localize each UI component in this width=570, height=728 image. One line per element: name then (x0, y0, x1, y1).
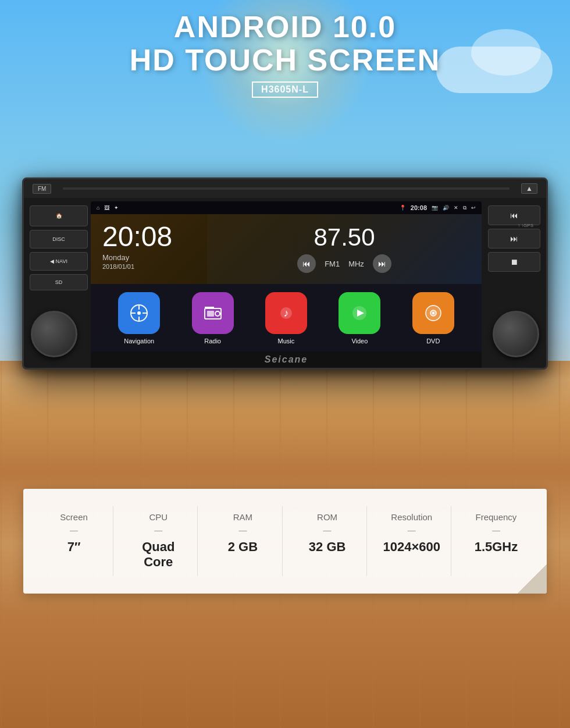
radio-unit: FM ▲ 🏠 DISC ◀ NAVI SD ⏮ ⏭ ⏹ ↑ ↑GPS ⌂ 🖼 ✦ (22, 177, 548, 370)
status-bar-left: ⌂ 🖼 ✦ (97, 205, 119, 211)
spec-rom: ROM — 32 GB (288, 506, 367, 576)
app-navigation[interactable]: Navigation (118, 292, 160, 345)
spec-cpu: CPU — QuadCore (119, 506, 198, 576)
svg-rect-7 (207, 311, 214, 317)
title-line1: ANDROID 10.0 (0, 10, 570, 44)
main-screen: ⌂ 🖼 ✦ 📍 20:08 📷 🔊 ✕ ⧉ ↩ 20:08 Monday (91, 201, 482, 353)
gallery-icon[interactable]: 🖼 (104, 205, 109, 211)
windows-icon[interactable]: ⧉ (463, 205, 466, 211)
spec-screen: Screen — 7″ (35, 506, 113, 576)
radio-widget: 20:08 Monday 2018/01/01 87.50 ⏮ FM1 MHz … (91, 214, 482, 284)
right-buttons: ⏮ ⏭ ⏹ ↑ ↑GPS (488, 205, 540, 272)
clock-display: 20:08 (102, 223, 195, 251)
svg-point-1 (137, 311, 141, 315)
radio-next-button[interactable]: ⏭ (373, 254, 391, 273)
fm-badge: FM (33, 184, 51, 194)
main-title: ANDROID 10.0 HD TOUCH SCREEN (0, 10, 570, 77)
prev-track-button[interactable]: ⏮ (488, 205, 540, 225)
model-badge: H3605N-L (252, 81, 318, 98)
spec-frequency-dash: — (463, 525, 529, 535)
status-time: 20:08 (411, 204, 427, 211)
cd-slot-top (63, 187, 510, 190)
app-music[interactable]: ♪ Music (265, 292, 307, 345)
eject-button[interactable]: ▲ (521, 183, 537, 194)
specs-grid: Screen — 7″ CPU — QuadCore RAM — 2 GB RO… (35, 506, 535, 576)
band-display: FM1 (325, 260, 340, 268)
right-knob[interactable] (493, 311, 539, 357)
spec-ram-label: RAM (209, 512, 276, 522)
next-track-button[interactable]: ⏭ (488, 229, 540, 248)
home-icon[interactable]: ⌂ (97, 205, 99, 211)
video-icon (339, 292, 380, 334)
spec-ram: RAM — 2 GB (204, 506, 282, 576)
radio-controls: ⏮ FM1 MHz ⏭ (297, 254, 391, 273)
app-video[interactable]: Video (339, 292, 380, 345)
svg-text:♪: ♪ (283, 307, 288, 319)
seicane-logo: Seicane (91, 351, 482, 368)
svg-point-16 (432, 312, 434, 314)
spec-ram-value: 2 GB (209, 539, 276, 555)
svg-point-8 (215, 311, 220, 316)
music-label: Music (278, 338, 295, 345)
specs-section: Screen — 7″ CPU — QuadCore RAM — 2 GB RO… (23, 489, 547, 594)
navigation-label: Navigation (124, 338, 154, 345)
spec-cpu-value: QuadCore (125, 539, 191, 570)
spec-cpu-label: CPU (125, 512, 191, 522)
gps-text: ↑GPS (521, 223, 533, 228)
date-display: 2018/01/01 (102, 263, 195, 270)
seicane-brand: Seicane (265, 354, 308, 365)
spec-frequency-label: Frequency (463, 512, 529, 522)
status-bar: ⌂ 🖼 ✦ 📍 20:08 📷 🔊 ✕ ⧉ ↩ (91, 201, 482, 214)
spec-resolution-value: 1024×600 (379, 539, 445, 555)
status-bar-right: 📍 20:08 📷 🔊 ✕ ⧉ ↩ (400, 204, 476, 211)
radio-icon (192, 292, 234, 334)
radio-top-strip: FM ▲ (24, 179, 546, 198)
video-label: Video (351, 338, 368, 345)
left-knob[interactable] (31, 311, 77, 357)
location-icon: 📍 (400, 205, 406, 211)
header-section: ANDROID 10.0 HD TOUCH SCREEN H3605N-L (0, 10, 570, 98)
disc-button[interactable]: DISC (30, 230, 88, 248)
radio-label: Radio (204, 338, 221, 345)
spec-ram-dash: — (209, 525, 276, 535)
time-section: 20:08 Monday 2018/01/01 (91, 214, 207, 284)
spec-resolution-label: Resolution (379, 512, 445, 522)
gps-icon: ↑ (518, 223, 520, 228)
home-button[interactable]: 🏠 (30, 205, 88, 226)
title-line2: HD TOUCH SCREEN (0, 44, 570, 77)
music-icon: ♪ (265, 292, 307, 334)
dvd-label: DVD (426, 338, 440, 345)
spec-rom-label: ROM (294, 512, 361, 522)
spec-rom-value: 32 GB (294, 539, 361, 555)
spec-screen-dash: — (41, 525, 107, 535)
spec-frequency-value: 1.5GHz (463, 539, 529, 555)
gps-label: ↑ ↑GPS (518, 223, 533, 228)
day-display: Monday (102, 253, 195, 262)
back-icon[interactable]: ↩ (471, 205, 476, 211)
wifi-icon: ✦ (114, 205, 119, 211)
close-icon[interactable]: ✕ (454, 205, 458, 211)
app-radio[interactable]: Radio (192, 292, 234, 345)
navigation-icon (118, 292, 160, 334)
apps-grid: Navigation Radio (91, 284, 482, 353)
camera-icon[interactable]: 📷 (432, 205, 438, 211)
sd-button[interactable]: SD (30, 274, 88, 290)
stop-button[interactable]: ⏹ (488, 252, 540, 272)
left-buttons: 🏠 DISC ◀ NAVI SD (30, 205, 88, 290)
spec-frequency: Frequency — 1.5GHz (457, 506, 535, 576)
radio-section: 87.50 ⏮ FM1 MHz ⏭ (207, 214, 482, 284)
unit-display: MHz (348, 260, 364, 268)
spec-resolution-dash: — (379, 525, 445, 535)
frequency-display: 87.50 (314, 225, 375, 250)
screen-content: 20:08 Monday 2018/01/01 87.50 ⏮ FM1 MHz … (91, 214, 482, 353)
spec-screen-label: Screen (41, 512, 107, 522)
spec-cpu-dash: — (125, 525, 191, 535)
spec-rom-dash: — (294, 525, 361, 535)
radio-prev-button[interactable]: ⏮ (297, 254, 316, 273)
app-dvd[interactable]: DVD (412, 292, 454, 345)
navi-button[interactable]: ◀ NAVI (30, 252, 88, 271)
spec-screen-value: 7″ (41, 539, 107, 555)
spec-resolution: Resolution — 1024×600 (373, 506, 451, 576)
volume-icon[interactable]: 🔊 (443, 205, 449, 211)
radio-info: ⏮ FM1 MHz ⏭ (297, 254, 391, 273)
